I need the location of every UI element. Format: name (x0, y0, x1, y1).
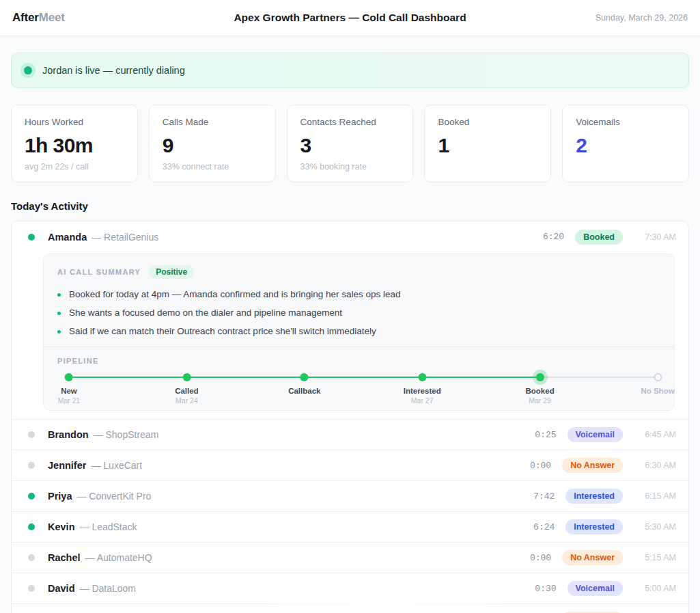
call-company: — LeadStack (80, 521, 137, 532)
brand-bold: After (12, 11, 39, 24)
pipeline-stage-date: Mar 24 (176, 397, 198, 405)
call-outcome-badge: Interested (565, 489, 623, 504)
call-duration: 0:30 (535, 584, 556, 594)
page-title: Apex Growth Partners — Cold Call Dashboa… (234, 12, 466, 24)
pipeline-stage-name: New (61, 387, 77, 395)
pipeline-dot-icon (182, 373, 191, 381)
call-contact-name: Brandon (48, 429, 89, 440)
call-duration: 0:00 (530, 553, 551, 563)
pipeline-stage-new: New Mar 21 (58, 373, 81, 405)
call-time: 6:45 AM (634, 430, 676, 439)
ai-call-summary: AI CALL SUMMARY Positive Booked for toda… (43, 254, 675, 411)
live-status-banner: Jordan is live — currently dialing (11, 53, 689, 88)
call-company: — DataLoom (80, 583, 136, 594)
pipeline-stage-called: Called Mar 24 (175, 373, 199, 405)
pipeline-stage-callback: Callback (288, 373, 320, 405)
bullet-text: Booked for today at 4pm — Amanda confirm… (69, 289, 401, 300)
pipeline-label: PIPELINE (57, 357, 660, 365)
section-heading-todays-activity: Today's Activity (11, 200, 689, 212)
call-row-david[interactable]: David — DataLoom 0:30 Voicemail 5:00 AM (12, 573, 688, 603)
call-duration: 6:20 (543, 232, 564, 242)
call-outcome-badge: Booked (575, 230, 623, 245)
stat-card-contacts-reached: Contacts Reached 3 33% booking rate (287, 105, 414, 182)
call-outcome-badge: Voicemail (568, 581, 623, 596)
pipeline-stage-no-show: No Show (641, 373, 674, 405)
call-status-dot (28, 234, 35, 241)
call-status-dot (28, 585, 35, 592)
pipeline-dot-icon (65, 373, 73, 381)
pipeline-stage-booked: Booked Mar 29 (526, 373, 555, 405)
call-outcome-badge: Voicemail (568, 427, 623, 442)
stat-card-calls-made: Calls Made 9 33% connect rate (149, 105, 276, 182)
live-status-text: Jordan is live — currently dialing (42, 65, 185, 76)
bullet-text: She wants a focused demo on the dialer a… (69, 308, 342, 318)
call-row-amanda[interactable]: Amanda — RetailGenius 6:20 Booked 7:30 A… (12, 221, 688, 252)
stat-value: 1h 30m (25, 133, 124, 158)
call-status-dot (28, 462, 35, 469)
call-time: 7:30 AM (634, 232, 676, 242)
bullet-dot-icon (57, 330, 61, 333)
stat-value: 2 (576, 133, 675, 158)
pipeline-dot-icon (654, 373, 662, 381)
pipeline-track: New Mar 21 Called Mar 24 Callback Intere… (69, 373, 658, 405)
stats-row: Hours Worked 1h 30m avg 2m 22s / call Ca… (11, 105, 689, 182)
header-date: Sunday, March 29, 2026 (596, 13, 688, 23)
sentiment-badge: Positive (149, 265, 194, 279)
call-duration: 0:25 (535, 430, 556, 440)
call-time: 6:30 AM (634, 461, 676, 470)
call-row-priya[interactable]: Priya — ConvertKit Pro 7:42 Interested 6… (12, 480, 688, 511)
bullet-text: Said if we can match their Outreach cont… (69, 326, 376, 337)
call-contact-name: Kevin (48, 521, 75, 532)
call-time: 6:15 AM (634, 491, 676, 501)
call-duration: 7:42 (533, 491, 555, 502)
call-row-kevin[interactable]: Kevin — LeadStack 6:24 Interested 5:30 A… (12, 511, 688, 542)
stat-card-hours-worked: Hours Worked 1h 30m avg 2m 22s / call (11, 105, 138, 182)
call-outcome-badge: Interested (565, 519, 623, 534)
pipeline-stage-date: Mar 27 (411, 397, 434, 405)
stat-sub: avg 2m 22s / call (25, 162, 124, 172)
stat-sub: 33% connect rate (163, 162, 262, 172)
call-contact-name: Priya (48, 491, 72, 502)
pipeline-stage-date: Mar 21 (58, 397, 81, 405)
summary-bullet: Said if we can match their Outreach cont… (57, 326, 660, 337)
pipeline-line-pending (540, 377, 658, 378)
pipeline-stage-interested: Interested Mar 27 (404, 373, 441, 405)
call-duration: 6:24 (533, 522, 555, 532)
pipeline-stage-name: Interested (404, 387, 441, 395)
call-status-dot (28, 554, 35, 561)
stat-label: Contacts Reached (300, 116, 400, 128)
stat-value: 9 (163, 133, 262, 158)
call-outcome-badge: No Answer (562, 458, 623, 473)
call-row-jennifer[interactable]: Jennifer — LuxeCart 0:00 No Answer 6:30 … (12, 450, 688, 480)
call-row-brandon[interactable]: Brandon — ShopStream 0:25 Voicemail 6:45… (12, 419, 688, 450)
call-status-dot (28, 523, 35, 530)
call-row-sarah[interactable]: Sarah — RevenuePilot 0:00 No Answer 4:45… (12, 603, 688, 613)
pipeline-stage-name: No Show (641, 387, 674, 395)
pipeline-stage-date: Mar 29 (529, 397, 551, 405)
pipeline-stage-name: Called (175, 387, 199, 395)
stat-card-voicemails: Voicemails 2 (562, 105, 689, 182)
stat-label: Calls Made (163, 116, 262, 128)
summary-bullet: Booked for today at 4pm — Amanda confirm… (57, 289, 660, 300)
call-row-rachel[interactable]: Rachel — AutomateHQ 0:00 No Answer 5:15 … (12, 542, 688, 573)
ai-summary-label: AI CALL SUMMARY (57, 268, 141, 276)
pipeline-dot-icon (300, 373, 309, 381)
call-company: — RetailGenius (92, 232, 158, 243)
call-time: 5:15 AM (634, 553, 676, 562)
call-company: — LuxeCart (91, 460, 142, 471)
pipeline-section: PIPELINE New Mar 21 Called Mar 24 Callba… (44, 346, 674, 410)
pipeline-dot-icon (418, 373, 426, 381)
bullet-dot-icon (57, 293, 61, 297)
ai-summary-bullets: Booked for today at 4pm — Amanda confirm… (44, 279, 674, 346)
call-contact-name: Jennifer (48, 460, 86, 471)
pipeline-dot-icon (536, 373, 544, 381)
call-time: 5:30 AM (634, 522, 676, 532)
brand-logo: AfterMeet (12, 11, 65, 25)
call-status-dot (28, 493, 35, 500)
stat-value: 3 (300, 133, 400, 158)
call-contact-name: Amanda (48, 232, 87, 243)
call-time: 5:00 AM (634, 584, 676, 593)
call-contact-name: David (48, 583, 75, 594)
stat-label: Booked (438, 116, 537, 128)
activity-list: Amanda — RetailGenius 6:20 Booked 7:30 A… (11, 221, 689, 613)
